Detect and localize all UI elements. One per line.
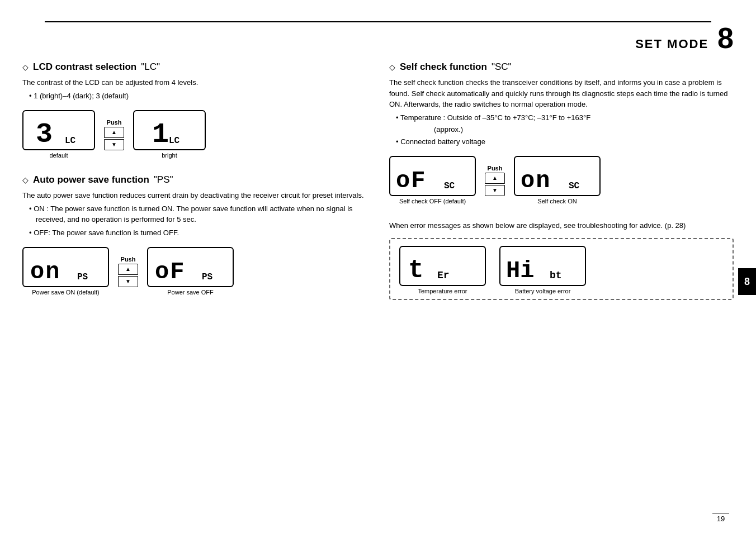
auto-power-section: ◇ Auto power save function "PS" The auto… [22, 174, 367, 296]
svg-text:PS: PS [202, 272, 213, 282]
self-check-on-box: on SC [514, 156, 601, 196]
svg-text:on: on [521, 168, 551, 193]
lcd-push-control: Push ▲ ▼ [104, 119, 124, 150]
self-check-heading: ◇ Self check function "SC" [389, 61, 734, 73]
self-check-off-svg: oF SC [394, 159, 472, 193]
set-mode-page-number: 8 [717, 23, 734, 53]
self-check-on-svg: on SC [518, 159, 597, 193]
svg-text:Er: Er [437, 270, 450, 281]
self-check-on-label: Self check ON [537, 198, 577, 204]
lcd-display-row: 3 LC default Push ▲ [22, 110, 367, 159]
lcd-push-up-btn[interactable]: ▲ [104, 127, 124, 138]
temp-error-svg: t Er [404, 249, 482, 283]
auto-power-push-label: Push [121, 256, 136, 263]
power-on-label: Power save ON (default) [32, 289, 99, 296]
lcd-bright-label: bright [162, 152, 177, 159]
svg-text:LC: LC [169, 136, 180, 146]
self-check-desc: The self check function checks the trans… [389, 77, 734, 110]
lcd-bright-content: 1 LC [144, 114, 195, 146]
lcd-push-label: Push [107, 119, 122, 126]
svg-text:t: t [408, 256, 424, 283]
auto-power-title: Auto power save function [33, 174, 149, 185]
svg-text:3: 3 [36, 118, 53, 146]
svg-text:oF: oF [155, 259, 185, 284]
lcd-bright-svg: 1 LC [144, 114, 195, 146]
svg-text:1: 1 [152, 118, 169, 146]
lcd-section: ◇ LCD contrast selection "LC" The contra… [22, 61, 367, 159]
svg-text:SC: SC [569, 181, 580, 191]
side-tab: 8 [738, 268, 756, 295]
page-container: SET MODE 8 8 ◇ LCD contrast selection "L… [0, 0, 756, 533]
svg-text:on: on [30, 259, 60, 284]
lcd-bright-display-group: 1 LC bright [133, 110, 206, 159]
svg-text:PS: PS [77, 272, 88, 282]
error-dashed-box: t Er Temperature error Hi bt [389, 238, 734, 300]
self-check-diamond-icon: ◇ [389, 63, 395, 72]
auto-power-push-up-btn[interactable]: ▲ [118, 264, 138, 275]
self-check-push-control: Push ▲ ▼ [485, 165, 505, 196]
self-check-on-group: on SC Self check ON [514, 156, 601, 204]
self-check-off-box: oF SC [389, 156, 476, 196]
svg-text:SC: SC [444, 181, 455, 191]
top-rule [45, 21, 711, 22]
lcd-default-content: 3 LC [34, 114, 84, 146]
self-check-code: "SC" [492, 61, 512, 73]
error-section: When error messages as shown below are d… [389, 220, 734, 300]
lcd-section-code: "LC" [141, 61, 160, 73]
self-check-section: ◇ Self check function "SC" The self chec… [389, 61, 734, 204]
lcd-section-title: LCD contrast selection [33, 61, 136, 73]
content-area: ◇ LCD contrast selection "LC" The contra… [22, 61, 734, 511]
lcd-diamond-icon: ◇ [22, 63, 29, 72]
lcd-desc: The contrast of the LCD can be adjusted … [22, 77, 367, 88]
error-intro: When error messages as shown below are d… [389, 220, 734, 231]
auto-power-code: "PS" [154, 174, 173, 185]
svg-text:oF: oF [396, 168, 426, 193]
batt-error-box: Hi bt [499, 246, 586, 286]
page-number: 19 [712, 513, 729, 523]
power-off-svg: oF PS [152, 250, 230, 284]
batt-error-label: Battery voltage error [515, 288, 571, 294]
batt-error-group: Hi bt Battery voltage error [499, 246, 586, 294]
lcd-default-label: default [49, 152, 68, 159]
svg-text:Hi: Hi [506, 258, 534, 283]
auto-power-diamond-icon: ◇ [22, 175, 29, 184]
right-column: ◇ Self check function "SC" The self chec… [389, 61, 734, 511]
left-column: ◇ LCD contrast selection "LC" The contra… [22, 61, 367, 511]
temp-error-group: t Er Temperature error [399, 246, 486, 294]
self-check-push-btn-group[interactable]: ▲ ▼ [485, 173, 505, 196]
lcd-default-svg: 3 LC [34, 114, 84, 146]
svg-text:LC: LC [65, 136, 76, 146]
set-mode-title: SET MODE [635, 37, 708, 51]
self-check-bullet2: • Connected battery voltage [396, 136, 734, 147]
auto-power-push-down-btn[interactable]: ▼ [118, 276, 138, 287]
auto-power-push-btn-group[interactable]: ▲ ▼ [118, 264, 138, 287]
power-off-box: oF PS [147, 247, 234, 287]
self-check-push-label: Push [488, 165, 503, 172]
power-on-display-group: on PS Power save ON (default) [22, 247, 109, 296]
power-on-box: on PS [22, 247, 109, 287]
self-check-push-down-btn[interactable]: ▼ [485, 185, 505, 196]
self-check-bullet1-indent: (approx.) [434, 124, 734, 135]
auto-power-desc: The auto power save function reduces cur… [22, 190, 367, 201]
batt-error-svg: Hi bt [504, 249, 582, 283]
auto-power-bullet2: • OFF: The power save function is turned… [29, 227, 367, 239]
lcd-bright-box: 1 LC [133, 110, 206, 150]
lcd-push-btn-group[interactable]: ▲ ▼ [104, 127, 124, 150]
temp-error-box: t Er [399, 246, 486, 286]
power-off-label: Power save OFF [167, 289, 214, 296]
auto-power-push-control: Push ▲ ▼ [118, 256, 138, 287]
self-check-bullet1: • Temperature : Outside of –35°C to +73°… [396, 112, 734, 123]
lcd-push-down-btn[interactable]: ▼ [104, 139, 124, 150]
auto-power-bullet1: • ON : The power save function is turned… [29, 203, 367, 225]
self-check-push-up-btn[interactable]: ▲ [485, 173, 505, 184]
lcd-default-box: 3 LC [22, 110, 95, 150]
temp-error-label: Temperature error [418, 288, 467, 294]
svg-text:bt: bt [550, 270, 562, 281]
self-check-display-row: oF SC Self check OFF (default) Push ▲ ▼ [389, 156, 734, 204]
self-check-title: Self check function [400, 61, 487, 73]
auto-power-heading: ◇ Auto power save function "PS" [22, 174, 367, 185]
lcd-heading: ◇ LCD contrast selection "LC" [22, 61, 367, 73]
self-check-off-label: Self check OFF (default) [399, 198, 466, 204]
power-off-display-group: oF PS Power save OFF [147, 247, 234, 296]
power-on-svg: on PS [27, 250, 105, 284]
